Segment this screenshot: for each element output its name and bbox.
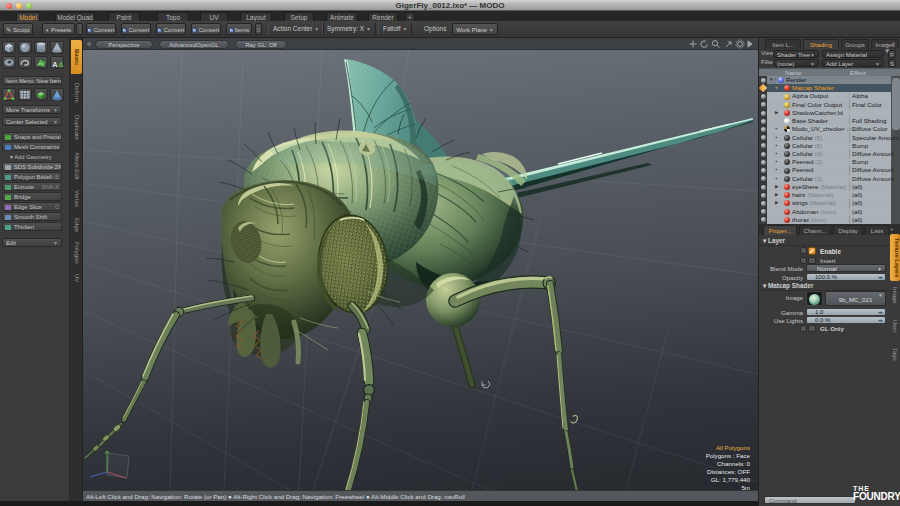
svg-text:GL: 1,779,440: GL: 1,779,440: [711, 476, 751, 483]
svg-text:Polygons : Face: Polygons : Face: [706, 452, 751, 459]
svg-text:&: &: [59, 61, 64, 68]
svg-text:Channels: 0: Channels: 0: [717, 460, 751, 467]
svg-text:Distances: OFF: Distances: OFF: [707, 468, 750, 475]
svg-text:A: A: [52, 60, 58, 69]
svg-text:All Polygons: All Polygons: [716, 444, 750, 451]
